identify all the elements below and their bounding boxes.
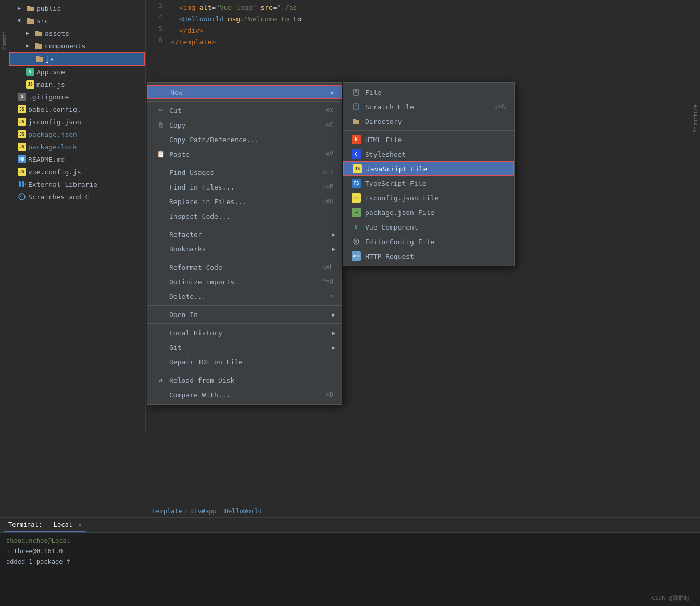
code-line-3: <img alt="Vue logo" src="./as	[171, 2, 696, 14]
code-line-6: </template>	[171, 36, 696, 48]
menu-item-optimize[interactable]: Optimize Imports ^⌥O	[147, 274, 342, 289]
left-gutter: Commit	[0, 0, 9, 432]
menu-item-inspect[interactable]: Inspect Code...	[147, 209, 342, 223]
sidebar-item-scratches[interactable]: Scratches and C	[9, 191, 145, 203]
line-num-3: 3	[146, 0, 162, 11]
compare-icon	[156, 390, 165, 399]
findinfiles-icon	[156, 182, 165, 192]
gitignore-label: .gitignore	[28, 93, 69, 101]
ts-icon: TS	[352, 179, 361, 188]
menu-item-copy[interactable]: ⎘ Copy ⌘C	[147, 118, 342, 132]
menu-item-compare[interactable]: Compare With... ⌘D	[147, 387, 342, 402]
menu-item-openin[interactable]: Open In	[147, 307, 342, 322]
submenu-scratch[interactable]: Scratch File ⇧⌘N	[343, 99, 514, 114]
submenu-css-label: Stylesheet	[365, 150, 506, 158]
line-num-4: 4	[146, 11, 162, 23]
submenu-editorconfig[interactable]: EditorConfig File	[343, 234, 514, 249]
submenu-pkgjson[interactable]: ⑅ package.json File	[343, 205, 514, 220]
sidebar-item-extlib[interactable]: External Librarie	[9, 178, 145, 191]
submenu-http-label: HTTP Request	[365, 253, 506, 260]
sidebar-item-jsconfig[interactable]: JS jsconfig.json	[9, 116, 145, 128]
terminal-tab-label[interactable]: Terminal: Local ×	[4, 519, 86, 532]
sidebar-item-public[interactable]: ▶ public	[9, 2, 145, 15]
sidebar-item-appvue[interactable]: V App.vue	[9, 66, 145, 78]
folder-icon-js	[35, 55, 44, 63]
menu-item-copypath[interactable]: Copy Path/Reference...	[147, 132, 342, 147]
cut-icon: ✂	[156, 106, 165, 115]
inspect-label: Inspect Code...	[169, 212, 333, 220]
code-line-5: </div>	[171, 25, 696, 36]
menu-item-paste[interactable]: 📋 Paste ⌘V	[147, 147, 342, 161]
terminal-line-3: added 1 package f	[6, 557, 694, 567]
pkgjson-icon: JS	[18, 130, 26, 138]
cut-shortcut: ⌘X	[326, 107, 333, 114]
sidebar-item-gitignore[interactable]: G .gitignore	[9, 91, 145, 103]
delete-label: Delete...	[169, 293, 321, 300]
packagejson-label: package.json	[28, 131, 77, 138]
code-line-empty	[171, 48, 696, 59]
breadcrumb-helloworld[interactable]: HelloWorld	[224, 508, 262, 515]
menu-item-reformat[interactable]: Reformat Code ⌥⌘L	[147, 260, 342, 274]
svg-rect-4	[354, 89, 358, 95]
submenu-css[interactable]: C Stylesheet	[343, 147, 514, 161]
sidebar-item-vueconfig[interactable]: JS vue.config.js	[9, 166, 145, 178]
menu-item-bookmarks[interactable]: Bookmarks	[147, 242, 342, 256]
sidebar-item-packagelock[interactable]: JS package-lock	[9, 141, 145, 153]
terminal-line-1: shaoqunchao@Local	[6, 536, 694, 546]
code-line-4: <HelloWorld msg="Welcome to to	[171, 14, 696, 25]
line-numbers: 3 4 5 6 7	[146, 0, 167, 57]
sidebar-item-assets[interactable]: ▶ assets	[9, 27, 145, 40]
submenu-directory[interactable]: Directory	[343, 114, 514, 129]
submenu-file-label: File	[365, 89, 506, 96]
menu-sep-1	[147, 101, 342, 102]
js-file-icon: JS	[26, 80, 34, 89]
submenu-html-label: HTML File	[365, 136, 506, 144]
terminal-tab-name: Local	[54, 521, 72, 528]
menu-item-delete[interactable]: Delete... ⌫	[147, 289, 342, 304]
menu-item-reload[interactable]: ↺ Reload from Disk	[147, 373, 342, 387]
sidebar-item-packagejson[interactable]: JS package.json	[9, 128, 145, 141]
readme-label: README.md	[28, 156, 65, 163]
commit-label: Commit	[2, 31, 7, 50]
breadcrumb-divapp[interactable]: div#app	[190, 508, 217, 515]
sidebar-item-babel[interactable]: JS babel.config.	[9, 103, 145, 116]
vueconfig-label: vue.config.js	[28, 168, 81, 176]
menu-item-git[interactable]: Git	[147, 340, 342, 355]
sidebar-item-readme[interactable]: MD README.md	[9, 153, 145, 166]
git-menu-icon	[156, 343, 165, 352]
submenu-http[interactable]: API HTTP Request	[343, 249, 514, 263]
delete-shortcut: ⌫	[330, 293, 333, 300]
menu-item-findinfiles[interactable]: Find in Files... ⇧⌘F	[147, 180, 342, 194]
vueconfig-icon: JS	[18, 168, 26, 176]
menu-item-replace[interactable]: Replace in Files... ⇧⌘R	[147, 194, 342, 209]
submenu-vue[interactable]: V Vue Component	[343, 220, 514, 234]
menu-item-cut[interactable]: ✂ Cut ⌘X	[147, 103, 342, 118]
submenu-file[interactable]: File	[343, 85, 514, 99]
sidebar-item-src[interactable]: ▼ src	[9, 15, 145, 27]
breadcrumb-sep-2: ›	[219, 508, 222, 515]
menu-item-localhistory[interactable]: Local History	[147, 325, 342, 340]
submenu-ts[interactable]: TS TypeScript File	[343, 176, 514, 191]
menu-item-new[interactable]: New	[147, 85, 342, 99]
submenu-html[interactable]: H HTML File	[343, 132, 514, 147]
babel-label: babel.config.	[28, 106, 81, 113]
copypath-label: Copy Path/Reference...	[169, 136, 333, 144]
submenu-js[interactable]: JS JavaScript File	[343, 161, 514, 176]
menu-item-refactor[interactable]: Refactor	[147, 227, 342, 242]
sidebar-item-mainjs[interactable]: JS main.js	[9, 78, 145, 91]
context-menu: New ✂ Cut ⌘X ⎘ Copy ⌘C Copy Path/Referen…	[147, 82, 342, 405]
submenu-tsconfig[interactable]: ts tsconfig.json File	[343, 191, 514, 205]
menu-item-findusages[interactable]: Find Usages ⌥F7	[147, 165, 342, 180]
breadcrumb-template[interactable]: template	[152, 508, 182, 515]
openin-label: Open In	[169, 311, 333, 319]
chevron-down-icon: ▼	[18, 18, 24, 24]
sidebar-item-js[interactable]: js	[9, 52, 145, 66]
terminal-close-btn[interactable]: ×	[78, 522, 82, 528]
submenu-tsconfig-label: tsconfig.json File	[365, 194, 506, 202]
sidebar-item-components[interactable]: ▶ components	[9, 40, 145, 52]
menu-sep-3	[147, 225, 342, 225]
menu-item-repair[interactable]: Repair IDE on File	[147, 355, 342, 369]
reformat-label: Reformat Code	[169, 263, 314, 271]
md-icon: MD	[18, 155, 26, 163]
replace-shortcut: ⇧⌘R	[322, 198, 333, 205]
